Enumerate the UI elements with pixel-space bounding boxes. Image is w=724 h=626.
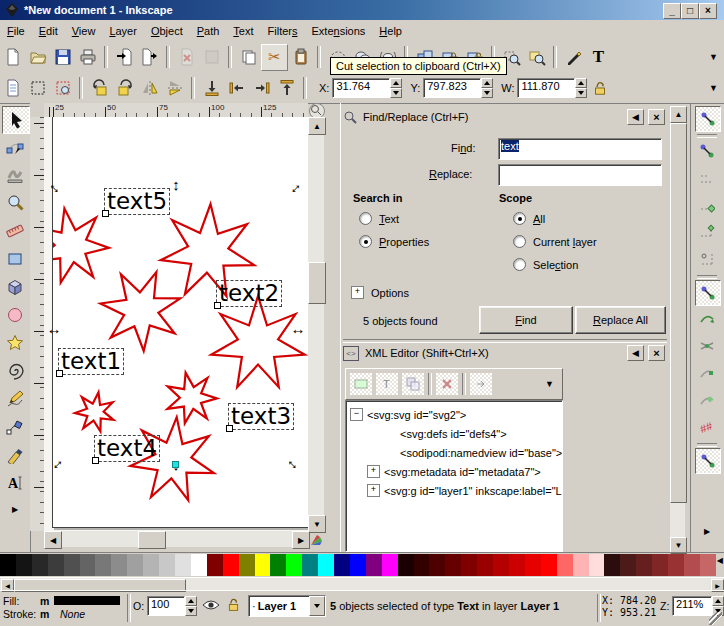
xml-panel-header[interactable]: <> XML Editor (Shift+Ctrl+X) ◀ ×	[343, 342, 669, 364]
menu-item[interactable]: File	[0, 22, 32, 40]
export-button[interactable]	[137, 45, 162, 70]
opacity-spinner[interactable]	[185, 596, 197, 616]
palette-scrollbar[interactable]: ◀ ▶	[0, 577, 724, 591]
canvas-hscrollbar[interactable]: ◀ ▶	[44, 531, 308, 547]
layer-selector[interactable]: · Layer 1	[248, 595, 326, 617]
open-document-button[interactable]	[25, 45, 50, 70]
text-tool-button[interactable]: A	[2, 470, 28, 496]
rotate-cw-button[interactable]	[112, 76, 137, 101]
palette-swatch[interactable]	[525, 554, 541, 576]
radio-circle[interactable]	[513, 258, 526, 271]
radio-text[interactable]: Text	[359, 212, 399, 225]
snap-paths-toggle[interactable]	[695, 307, 719, 331]
xml-tree-row[interactable]: +<svg:g id="layer1" inkscape:label="L	[346, 481, 562, 500]
tweak-tool-button[interactable]	[2, 162, 28, 188]
print-button[interactable]	[75, 45, 100, 70]
star-tool-button[interactable]	[2, 330, 28, 356]
palette-swatch[interactable]	[175, 554, 191, 576]
selection-scale-handle[interactable]: ↔	[45, 176, 68, 199]
palette-swatch[interactable]	[636, 554, 652, 576]
find-input[interactable]: text	[498, 138, 662, 160]
palette-swatch[interactable]	[493, 554, 509, 576]
fill-stroke-dialog-button[interactable]	[561, 45, 586, 70]
snap-cusp-nodes-toggle[interactable]	[695, 361, 719, 385]
palette-swatch[interactable]	[127, 554, 143, 576]
minimize-button[interactable]: _	[663, 3, 681, 19]
snap-bbox-edges-toggle[interactable]	[695, 166, 719, 190]
ruler-horizontal[interactable]: 255075100125	[44, 103, 308, 118]
selection-scale-handle[interactable]: ↔	[290, 321, 306, 337]
palette-swatch[interactable]	[48, 554, 64, 576]
tree-expander-icon[interactable]: +	[367, 465, 380, 478]
snap-bbox-toggle[interactable]	[695, 139, 719, 163]
dock-scroll-thumb[interactable]	[670, 123, 687, 503]
xml-indent-node-button[interactable]	[470, 373, 492, 395]
select-all-button[interactable]	[0, 76, 25, 101]
stroke-value[interactable]: None	[60, 608, 85, 620]
radio-circle[interactable]	[513, 212, 526, 225]
palette-swatch[interactable]	[604, 554, 620, 576]
radio-circle[interactable]	[513, 235, 526, 248]
import-button[interactable]	[112, 45, 137, 70]
palette-swatch[interactable]	[255, 554, 271, 576]
palette-swatch[interactable]	[620, 554, 636, 576]
w-spinner[interactable]	[575, 78, 587, 98]
palette-swatch[interactable]	[207, 554, 223, 576]
replace-all-button[interactable]: Replace All	[575, 306, 666, 334]
cms-adjust-icon[interactable]	[309, 532, 324, 547]
snap-path-intersections-toggle[interactable]	[695, 334, 719, 358]
rectangle-tool-button[interactable]	[2, 246, 28, 272]
tree-expander-icon[interactable]: +	[367, 484, 380, 497]
cut-button[interactable]: ✂	[261, 44, 288, 71]
new-document-button[interactable]	[0, 45, 25, 70]
selection-touch-toggle[interactable]	[25, 76, 50, 101]
palette-swatch[interactable]	[477, 554, 493, 576]
selection-scale-handle[interactable]: ↕	[168, 177, 184, 193]
vscroll-thumb[interactable]	[308, 262, 326, 304]
spiral-tool-button[interactable]	[2, 358, 28, 384]
zoom-drawing-button[interactable]	[524, 45, 549, 70]
palette-swatch[interactable]	[318, 554, 334, 576]
snap-others-toggle[interactable]	[695, 448, 721, 474]
menu-item[interactable]: View	[65, 22, 103, 40]
maximize-button[interactable]: □	[681, 3, 699, 19]
panel-close-button[interactable]: ×	[648, 345, 665, 361]
selection-scale-handle[interactable]: ↔	[283, 452, 306, 475]
canvas[interactable]: text5text2text1text3text4 ↔↕↔↔↔↔↕↔	[44, 117, 308, 531]
palette-swatch[interactable]	[700, 554, 716, 576]
zoom-tool-button[interactable]	[2, 190, 28, 216]
xml-tree-row[interactable]: −<svg:svg id="svg2">	[346, 405, 562, 424]
find-panel-header[interactable]: Find/Replace (Ctrl+F) ◀ ×	[343, 106, 669, 128]
replace-input[interactable]	[498, 164, 662, 186]
canvas-vscrollbar[interactable]: ▲ ▼	[308, 117, 324, 531]
save-document-button[interactable]	[50, 45, 75, 70]
radio-circle[interactable]	[359, 235, 372, 248]
panel-close-button[interactable]: ×	[648, 109, 665, 125]
menu-item[interactable]: Object	[144, 22, 190, 40]
snapbar-more-arrow[interactable]: ▶	[695, 523, 719, 539]
menu-item[interactable]: Filters	[261, 22, 305, 40]
xml-tree-row[interactable]: +<svg:metadata id="metadata7">	[346, 462, 562, 481]
title-bar[interactable]: *New document 1 - Inkscape _ □ ×	[0, 0, 724, 20]
copy-button[interactable]	[236, 45, 261, 70]
snap-bbox-midpoints-toggle[interactable]	[695, 220, 719, 244]
radio-all[interactable]: All	[513, 212, 545, 225]
xml-tree-row[interactable]: <sodipodi:namedview id="base">	[346, 443, 562, 462]
radio-circle[interactable]	[359, 212, 372, 225]
flip-vertical-button[interactable]	[162, 76, 187, 101]
selection-scale-handle[interactable]: ↔	[45, 452, 68, 475]
palette-swatch[interactable]	[111, 554, 127, 576]
palette-swatch[interactable]	[429, 554, 445, 576]
x-field[interactable]: 31.764	[332, 78, 402, 98]
snap-nodes-toggle[interactable]	[695, 280, 721, 306]
palette-swatch[interactable]	[509, 554, 525, 576]
close-button[interactable]: ×	[699, 3, 717, 19]
scroll-left-button[interactable]: ◀	[44, 531, 62, 549]
xml-toolbar-dropdown[interactable]: ▼	[545, 379, 554, 389]
lower-button[interactable]	[224, 76, 249, 101]
palette-swatch[interactable]	[668, 554, 684, 576]
palette-swatch[interactable]	[143, 554, 159, 576]
panel-collapse-button[interactable]: ◀	[627, 109, 644, 125]
xml-new-element-button[interactable]	[350, 373, 372, 395]
palette-swatch[interactable]	[573, 554, 589, 576]
